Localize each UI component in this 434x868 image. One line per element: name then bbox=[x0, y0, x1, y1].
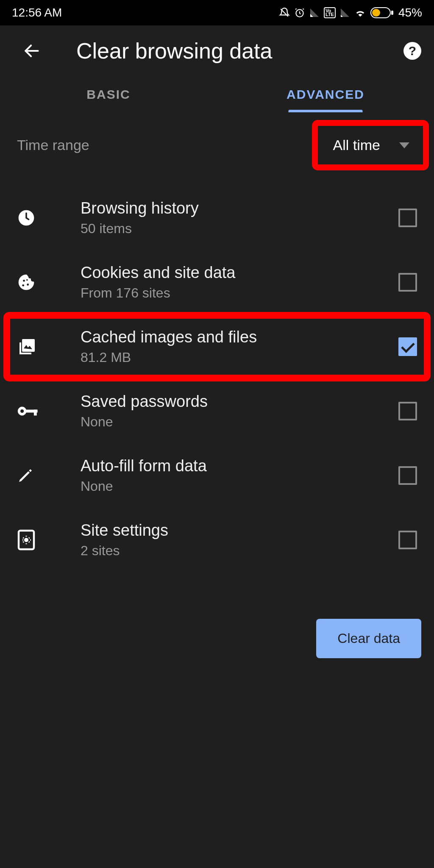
row-subtitle: 81.2 MB bbox=[81, 350, 398, 365]
wifi-icon bbox=[354, 7, 366, 19]
volte-icon: VoLTE bbox=[324, 7, 336, 18]
checkbox-site-settings[interactable] bbox=[398, 531, 417, 549]
checkbox-browsing-history[interactable] bbox=[398, 209, 417, 227]
checkbox-autofill[interactable] bbox=[398, 466, 417, 485]
svg-rect-9 bbox=[22, 339, 35, 352]
time-range-row: Time range All time bbox=[0, 112, 434, 178]
row-cookies[interactable]: Cookies and site data From 176 sites bbox=[0, 250, 434, 314]
tabs: BASIC ADVANCED bbox=[0, 76, 434, 112]
svg-point-6 bbox=[27, 284, 29, 286]
row-title: Site settings bbox=[81, 521, 398, 540]
svg-rect-3 bbox=[391, 11, 393, 15]
row-title: Cached images and files bbox=[81, 328, 398, 346]
svg-point-11 bbox=[20, 409, 24, 413]
time-range-label: Time range bbox=[17, 137, 89, 153]
row-saved-passwords[interactable]: Saved passwords None bbox=[0, 379, 434, 443]
chevron-down-icon bbox=[399, 142, 409, 148]
battery-icon bbox=[370, 7, 394, 18]
time-range-dropdown[interactable]: All time bbox=[320, 129, 421, 161]
tab-advanced[interactable]: ADVANCED bbox=[217, 76, 434, 112]
svg-rect-2 bbox=[372, 9, 380, 17]
status-time: 12:56 AM bbox=[12, 6, 62, 19]
svg-point-15 bbox=[24, 538, 28, 542]
row-autofill[interactable]: Auto-fill form data None bbox=[0, 443, 434, 508]
notification-muted-icon bbox=[279, 7, 290, 18]
tab-basic[interactable]: BASIC bbox=[0, 76, 217, 112]
clock-icon bbox=[17, 209, 59, 227]
row-subtitle: None bbox=[81, 414, 398, 430]
settings-page-icon bbox=[17, 529, 59, 551]
images-icon bbox=[17, 337, 59, 357]
key-icon bbox=[17, 403, 59, 420]
row-subtitle: From 176 sites bbox=[81, 285, 398, 301]
row-title: Browsing history bbox=[81, 199, 398, 217]
row-title: Saved passwords bbox=[81, 392, 398, 411]
checkbox-saved-passwords[interactable] bbox=[398, 402, 417, 420]
cookie-icon bbox=[17, 273, 59, 292]
pencil-icon bbox=[17, 467, 59, 484]
signal1-icon bbox=[309, 8, 320, 18]
row-title: Auto-fill form data bbox=[81, 457, 398, 475]
checkbox-cached-images[interactable] bbox=[398, 337, 417, 356]
row-subtitle: 2 sites bbox=[81, 543, 398, 559]
row-title: Cookies and site data bbox=[81, 264, 398, 282]
svg-point-5 bbox=[23, 280, 25, 282]
clear-data-button[interactable]: Clear data bbox=[316, 619, 421, 658]
back-button[interactable] bbox=[19, 38, 45, 64]
svg-rect-13 bbox=[34, 410, 37, 416]
status-bar: 12:56 AM VoLTE 45% bbox=[0, 0, 434, 25]
app-bar: Clear browsing data ? bbox=[0, 25, 434, 76]
row-browsing-history[interactable]: Browsing history 50 items bbox=[0, 186, 434, 250]
signal2-icon bbox=[340, 8, 350, 18]
row-subtitle: 50 items bbox=[81, 221, 398, 236]
row-subtitle: None bbox=[81, 479, 398, 494]
time-range-value: All time bbox=[333, 137, 380, 153]
svg-point-7 bbox=[22, 284, 24, 287]
row-site-settings[interactable]: Site settings 2 sites bbox=[0, 508, 434, 572]
row-cached-images[interactable]: Cached images and files 81.2 MB bbox=[0, 314, 434, 379]
options-list: Browsing history 50 items Cookies and si… bbox=[0, 186, 434, 572]
help-button[interactable]: ? bbox=[403, 42, 421, 60]
svg-point-8 bbox=[26, 279, 28, 281]
page-title: Clear browsing data bbox=[76, 38, 403, 64]
checkbox-cookies[interactable] bbox=[398, 273, 417, 292]
alarm-icon bbox=[294, 7, 305, 18]
status-right: VoLTE 45% bbox=[279, 6, 422, 19]
battery-percent: 45% bbox=[398, 6, 422, 19]
